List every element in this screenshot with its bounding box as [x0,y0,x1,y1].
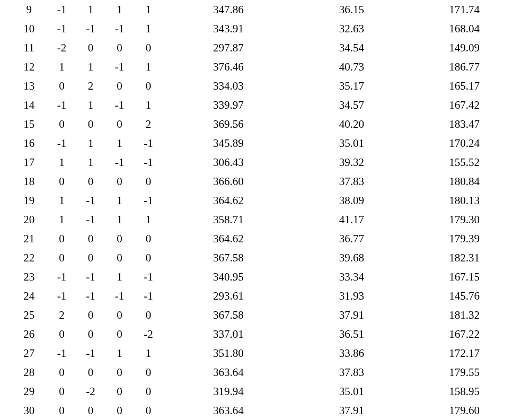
cell: 1 [47,191,76,210]
cell: 10 [11,19,47,38]
table-row: 26000-2337.0136.51167.22 [11,325,519,344]
cell: 23 [11,267,47,286]
cell: 0 [134,363,163,382]
cell: 33.86 [294,344,410,363]
cell: 26 [11,325,47,344]
cell: 0 [76,115,105,134]
table-row: 10-1-1-11343.9132.63168.04 [11,19,519,38]
cell: 1 [76,57,105,76]
cell: -1 [105,286,134,305]
cell: 34.57 [294,95,410,115]
cell: 167.22 [409,325,519,344]
cell: 1 [134,0,163,19]
cell: -1 [134,267,163,286]
cell: 145.76 [409,286,519,305]
cell: 18 [11,172,47,191]
cell: -1 [76,210,105,229]
cell: 1 [105,344,134,363]
cell: 1 [134,95,163,115]
cell: 0 [134,76,163,95]
table-row: 1211-11376.4640.73186.77 [11,57,519,76]
data-table-container: 9-1111347.8636.15171.7410-1-1-11343.9132… [0,0,530,420]
cell: 19 [11,191,47,210]
cell: 297.87 [163,38,294,57]
cell: 364.62 [163,191,294,210]
cell: 0 [134,229,163,248]
table-body: 9-1111347.8636.15171.7410-1-1-11343.9132… [11,0,519,420]
cell: 30 [11,401,47,420]
cell: 31.93 [294,286,410,305]
cell: 158.95 [409,382,519,401]
cell: 369.56 [163,115,294,134]
cell: 25 [11,305,47,325]
cell: 1 [76,134,105,153]
table-row: 9-1111347.8636.15171.74 [11,0,519,19]
cell: 1 [105,0,134,19]
cell: 0 [76,401,105,420]
cell: 179.30 [409,210,519,229]
cell: 36.77 [294,229,410,248]
cell: -1 [105,95,134,115]
cell: -1 [134,153,163,172]
cell: 364.62 [163,229,294,248]
cell: 0 [76,229,105,248]
table-row: 201-111358.7141.17179.30 [11,210,519,229]
cell: 0 [105,401,134,420]
cell: -1 [105,19,134,38]
cell: 155.52 [409,153,519,172]
cell: -1 [47,267,76,286]
table-row: 14-11-11339.9734.57167.42 [11,95,519,115]
cell: 34.54 [294,38,410,57]
cell: 0 [47,401,76,420]
cell: 0 [47,382,76,401]
cell: -1 [134,286,163,305]
table-row: 300000363.6437.91179.60 [11,401,519,420]
cell: 0 [105,115,134,134]
cell: 1 [134,210,163,229]
cell: 363.64 [163,401,294,420]
cell: -1 [76,286,105,305]
cell: 306.43 [163,153,294,172]
cell: 15 [11,115,47,134]
cell: 41.17 [294,210,410,229]
cell: -2 [47,38,76,57]
cell: 0 [47,172,76,191]
cell: 182.31 [409,248,519,267]
cell: 37.83 [294,172,410,191]
table-row: 290-200319.9435.01158.95 [11,382,519,401]
cell: 337.01 [163,325,294,344]
cell: 0 [105,305,134,325]
cell: 1 [47,210,76,229]
cell: -1 [76,19,105,38]
cell: 40.20 [294,115,410,134]
cell: 1 [76,0,105,19]
table-row: 16-111-1345.8935.01170.24 [11,134,519,153]
cell: 0 [47,248,76,267]
table-row: 27-1-111351.8033.86172.17 [11,344,519,363]
cell: 167.15 [409,267,519,286]
cell: -1 [47,286,76,305]
cell: 1 [105,267,134,286]
cell: 0 [76,305,105,325]
cell: -1 [134,134,163,153]
cell: 35.17 [294,76,410,95]
cell: 0 [105,38,134,57]
cell: 0 [105,382,134,401]
cell: 13 [11,76,47,95]
cell: 37.91 [294,401,410,420]
cell: 12 [11,57,47,76]
cell: 0 [47,363,76,382]
cell: 170.24 [409,134,519,153]
cell: 293.61 [163,286,294,305]
cell: 347.86 [163,0,294,19]
cell: 1 [105,210,134,229]
cell: 367.58 [163,248,294,267]
cell: 0 [76,172,105,191]
table-row: 180000366.6037.83180.84 [11,172,519,191]
cell: 0 [47,325,76,344]
cell: -2 [76,382,105,401]
cell: 37.83 [294,363,410,382]
table-row: 210000364.6236.77179.39 [11,229,519,248]
cell: 183.47 [409,115,519,134]
cell: 168.04 [409,19,519,38]
